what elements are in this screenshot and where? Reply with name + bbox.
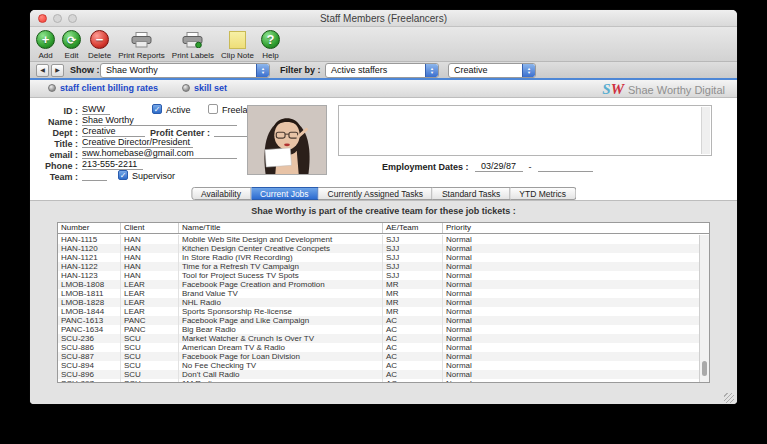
cell-priority: Normal — [443, 370, 699, 379]
show-dropdown-value: Shae Worthy — [106, 65, 158, 75]
phone-field[interactable]: 213-555-2211 — [82, 159, 143, 170]
table-row[interactable]: SCU-894SCUNo Fee Checking TVACNormal — [58, 361, 699, 370]
table-row[interactable]: HAN-1120HANKitchen Design Center Creativ… — [58, 244, 699, 253]
cell-name-title: 1M Radio — [179, 379, 383, 382]
cell-ae-team: SJJ — [383, 253, 443, 262]
employment-dates-separator: - — [529, 162, 532, 172]
help-icon: ? — [261, 29, 280, 50]
employment-dates-label: Employment Dates : — [382, 162, 469, 172]
previous-record-button[interactable]: ◀ — [36, 64, 49, 77]
toolbar-button-print-labels[interactable]: Print Labels — [172, 29, 214, 60]
titlebar: Staff Members (Freelancers) — [30, 10, 737, 27]
skill-set-link[interactable]: skill set — [182, 83, 227, 93]
cell-ae-team: MR — [383, 298, 443, 307]
tab-availability[interactable]: Availability — [191, 187, 251, 200]
table-row[interactable]: LMOB-1811LEARBrand Value TVMRNormal — [58, 289, 699, 298]
title-field[interactable]: Creative Director/President — [82, 137, 193, 148]
department-dropdown[interactable]: Creative ▲▼ — [448, 63, 536, 78]
column-header-ae-team: AE/Team — [383, 223, 443, 233]
cell-priority: Normal — [443, 307, 699, 316]
minimize-window-button[interactable] — [53, 14, 62, 23]
table-row[interactable]: HAN-1123HANTool for Project Sucess TV Sp… — [58, 271, 699, 280]
cell-name-title: Mobile Web Site Design and Development — [179, 235, 383, 244]
cell-ae-team: SJJ — [383, 262, 443, 271]
table-row[interactable]: SCU-887SCUFacebook Page for Loan Divisio… — [58, 352, 699, 361]
employment-end-field[interactable] — [538, 162, 593, 172]
cell-name-title: In Store Radio (IVR Recording) — [179, 253, 383, 262]
cell-client: SCU — [121, 361, 179, 370]
email-field[interactable]: sww.homebase@gmail.com — [82, 148, 237, 159]
close-window-button[interactable] — [38, 14, 47, 23]
table-row[interactable]: SCU-897SCU1M RadioACNormal — [58, 379, 699, 382]
staff-status-dropdown[interactable]: Active staffers ▲▼ — [325, 63, 439, 78]
tab-ytd-metrics[interactable]: YTD Metrics — [510, 187, 576, 200]
toolbar-button-help[interactable]: ?Help — [261, 29, 280, 60]
cell-ae-team: AC — [383, 361, 443, 370]
cell-name-title: Sports Sponsorship Re-license — [179, 307, 383, 316]
cell-number: HAN-1115 — [58, 235, 121, 244]
table-row[interactable]: PANC-1634PANCBig Bear RadioACNormal — [58, 325, 699, 334]
active-checkbox[interactable]: ✓ — [152, 104, 162, 114]
popup-stepper-icon: ▲▼ — [425, 64, 438, 77]
table-scrollbar-thumb[interactable] — [702, 361, 707, 376]
cell-ae-team: AC — [383, 334, 443, 343]
cell-client: HAN — [121, 271, 179, 280]
cell-name-title: Big Bear Radio — [179, 325, 383, 334]
brand-mark-icon: SW — [602, 81, 623, 98]
tab-currently-assigned-tasks[interactable]: Currently Assigned Tasks — [319, 187, 433, 200]
jobs-table: NumberClientName/TitleAE/TeamPriority HA… — [57, 222, 710, 383]
table-row[interactable]: SCU-236SCUMarket Watcher & Crunch Is Ove… — [58, 334, 699, 343]
filter-by-label: Filter by : — [280, 65, 321, 75]
bullet-icon — [48, 84, 56, 92]
employment-start-field[interactable]: 03/29/87 — [475, 161, 523, 172]
name-field[interactable]: Shae Worthy — [82, 115, 237, 126]
bullet-icon — [182, 84, 190, 92]
notes-field[interactable] — [338, 105, 712, 156]
toolbar-button-print-reports[interactable]: Print Reports — [118, 29, 165, 60]
record-detail: ID : SWW ✓ Active Freelance Name : Shae … — [30, 98, 737, 186]
dept-label: Dept : — [30, 128, 78, 138]
toolbar-button-add[interactable]: +Add — [36, 29, 55, 60]
table-row[interactable]: HAN-1121HANIn Store Radio (IVR Recording… — [58, 253, 699, 262]
zoom-window-button[interactable] — [68, 14, 77, 23]
cell-name-title: Kitchen Design Center Creative Concpets — [179, 244, 383, 253]
table-row[interactable]: HAN-1122HANTime for a Refresh TV Campaig… — [58, 262, 699, 271]
table-row[interactable]: LMOB-1844LEARSports Sponsorship Re-licen… — [58, 307, 699, 316]
cell-priority: Normal — [443, 334, 699, 343]
tab-current-jobs[interactable]: Current Jobs — [251, 187, 319, 200]
table-row[interactable]: SCU-886SCUAmerican Dream TV & RadioACNor… — [58, 343, 699, 352]
table-scrollbar[interactable] — [699, 235, 709, 382]
tab-standard-tasks[interactable]: Standard Tasks — [433, 187, 510, 200]
toolbar-button-clip-note[interactable]: Clip Note — [221, 29, 254, 60]
id-field[interactable]: SWW — [82, 104, 110, 115]
billing-rates-link[interactable]: staff client billing rates — [48, 83, 158, 93]
cell-client: PANC — [121, 316, 179, 325]
cell-name-title: Facebook Page for Loan Division — [179, 352, 383, 361]
column-header-name-title: Name/Title — [179, 223, 383, 233]
team-field[interactable] — [82, 170, 107, 181]
table-row[interactable]: HAN-1115HANMobile Web Site Design and De… — [58, 235, 699, 244]
cell-ae-team: AC — [383, 370, 443, 379]
toolbar-button-edit[interactable]: ⟳Edit — [62, 29, 81, 60]
cell-number: SCU-236 — [58, 334, 121, 343]
cell-number: SCU-896 — [58, 370, 121, 379]
title-label: Title : — [30, 139, 78, 149]
table-row[interactable]: LMOB-1828LEARNHL RadioMRNormal — [58, 298, 699, 307]
resize-grip-icon[interactable] — [724, 393, 734, 403]
table-row[interactable]: LMOB-1808LEARFacebook Page Creation and … — [58, 280, 699, 289]
table-row[interactable]: PANC-1613PANCFacebook Page and Like Camp… — [58, 316, 699, 325]
cell-priority: Normal — [443, 244, 699, 253]
freelance-checkbox[interactable] — [208, 104, 218, 114]
next-record-button[interactable]: ▶ — [51, 64, 64, 77]
quick-links-bar: staff client billing rates skill set SW … — [30, 80, 737, 98]
show-dropdown[interactable]: Shae Worthy ▲▼ — [100, 63, 270, 78]
cell-name-title: American Dream TV & Radio — [179, 343, 383, 352]
table-row[interactable]: SCU-896SCUDon't Call RadioACNormal — [58, 370, 699, 379]
show-label: Show : — [70, 65, 100, 75]
team-label: Team : — [30, 172, 78, 182]
notes-scrollbar[interactable] — [701, 107, 710, 154]
toolbar-button-delete[interactable]: −Delete — [88, 29, 111, 60]
cell-name-title: Facebook Page and Like Campaign — [179, 316, 383, 325]
supervisor-checkbox[interactable]: ✓ — [118, 170, 128, 180]
active-label: Active — [166, 105, 191, 115]
